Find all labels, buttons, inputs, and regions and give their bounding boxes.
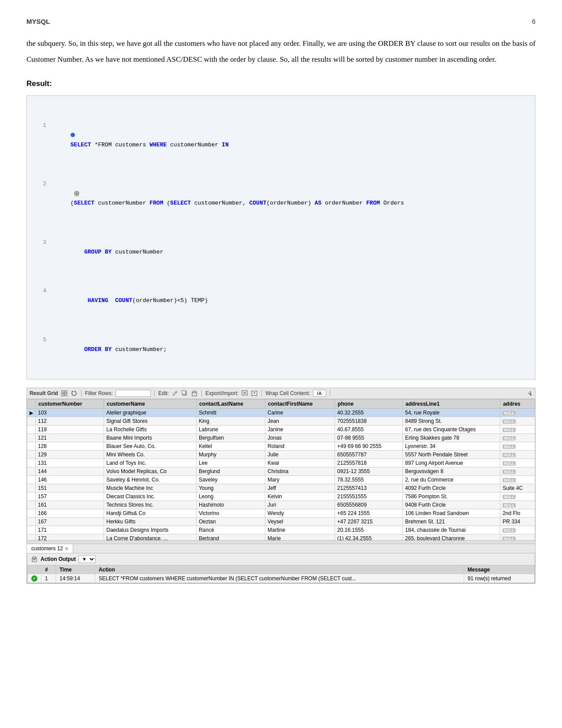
output-table: # Time Action Message ✓114:59:14SELECT *… (27, 565, 535, 583)
cell-addressLine1: 265, boulevard Charonne (403, 534, 500, 541)
cell-addressLine1: Erling Skakkes gate 78 (403, 434, 500, 442)
code-line-4: 4 HAVING COUNT(orderNumber)<5) TEMP) (34, 286, 528, 315)
cell-addressLine1: 7586 Pompton St. (403, 493, 500, 501)
table-row[interactable]: 161Technics Stores Inc.HashimotoJuri6505… (27, 501, 535, 509)
row-arrow (27, 501, 36, 509)
paste-icon[interactable] (191, 390, 198, 397)
cell-addressLine1: 5557 North Pendale Street (403, 451, 500, 459)
cell-contactLastName: Murphy (196, 451, 265, 459)
grid-icon[interactable] (61, 390, 68, 397)
output-cell-time: 14:59:14 (56, 574, 95, 583)
svg-rect-3 (65, 394, 67, 396)
export-icon[interactable] (241, 390, 248, 397)
cell-addres: NULL (500, 534, 535, 541)
table-row[interactable]: 172La Corne D'abondance, ...BertrandMari… (27, 534, 535, 541)
cell-customerNumber: 103 (36, 409, 104, 417)
table-row[interactable]: 131Land of Toys Inc.LeeKwai2125557818897… (27, 459, 535, 467)
code-line-1: 1 SELECT *FROM customers WHERE customerN… (34, 121, 528, 160)
row-arrow (27, 459, 36, 467)
cell-addres: NULL (500, 493, 535, 501)
edit-icon[interactable] (171, 390, 179, 397)
cell-contactFirstName: Juri (265, 501, 335, 509)
cell-contactFirstName: Roland (265, 442, 335, 451)
cell-customerName: Saveley & Henriot, Co. (104, 476, 197, 484)
cell-customerName: Muscle Machine Inc (104, 484, 197, 493)
code-line-5: 5 ORDER BY customerNumber; (34, 335, 528, 364)
cell-customerName: Herkku Gifts (104, 518, 197, 526)
table-row[interactable]: 128Blauer See Auto, Co.KeitelRoland+49 6… (27, 442, 535, 451)
cell-customerName: Diecast Classics Inc. (104, 493, 197, 501)
cell-addres: NULL (500, 526, 535, 534)
toolbar-separator-1 (81, 390, 82, 397)
col-header-addres[interactable]: addres (500, 399, 535, 409)
cell-phone: 2155551555 (335, 493, 403, 501)
result-label: Result: (26, 79, 536, 88)
table-row[interactable]: 167Herkku GiftsOeztanVeysel+47 2267 3215… (27, 518, 535, 526)
table-row[interactable]: 146Saveley & Henriot, Co.SaveleyMary78.3… (27, 476, 535, 484)
cell-customerName: Blauer See Auto, Co. (104, 442, 197, 451)
cell-addressLine1: Lyonerstr. 34 (403, 442, 500, 451)
cell-contactFirstName: Wendy (265, 509, 335, 518)
cell-phone: (1) 42.34.2555 (335, 534, 403, 541)
cell-customerNumber: 166 (36, 509, 104, 518)
tab-customers[interactable]: customers 12 ✕ (27, 544, 73, 553)
toolbar-separator-3 (201, 390, 202, 397)
cell-phone: 6505556809 (335, 501, 403, 509)
tab-close-icon[interactable]: ✕ (65, 546, 68, 551)
table-row[interactable]: ▶103Atelier graphiqueSchmittCarine40.32.… (27, 409, 535, 417)
table-row[interactable]: 151Muscle Machine IncYoungJeff2125557413… (27, 484, 535, 493)
result-grid-toolbar: Result Grid Filter Rows: Edit: Export/Im… (27, 388, 535, 399)
table-row[interactable]: 119La Rochelle GiftsLabruneJanine40.67.8… (27, 426, 535, 434)
status-icon: ✓ (28, 574, 41, 583)
svg-rect-1 (65, 391, 67, 393)
cell-addres: NULL (500, 467, 535, 476)
cell-addressLine1: 106 Linden Road Sandown (403, 509, 500, 518)
table-row[interactable]: 157Diecast Classics Inc.LeongKelvin21555… (27, 493, 535, 501)
cell-contactLastName: Leong (196, 493, 265, 501)
svg-rect-18 (33, 557, 36, 559)
cell-phone: 6505557787 (335, 451, 403, 459)
table-row[interactable]: 112Signal Gift StoresKingJean70255518388… (27, 417, 535, 426)
table-row[interactable]: 171Daedalus Designs ImportsRancéMartine2… (27, 526, 535, 534)
cell-addressLine1: 9408 Furth Circle (403, 501, 500, 509)
cell-customerNumber: 167 (36, 518, 104, 526)
table-row[interactable]: 121Baane Mini ImportsBergulfsenJonas07-9… (27, 434, 535, 442)
cell-contactLastName: Hashimoto (196, 501, 265, 509)
table-scroll-container[interactable]: customerNumber customerName contactLastN… (27, 399, 535, 540)
horizontal-scrollbar[interactable] (27, 540, 535, 544)
row-arrow (27, 484, 36, 493)
row-arrow (27, 451, 36, 459)
code-block: 1 SELECT *FROM customers WHERE customerN… (26, 95, 536, 380)
svg-rect-0 (62, 391, 64, 393)
col-header-contactLastName[interactable]: contactLastName (196, 399, 265, 409)
cell-addres: NULL (500, 417, 535, 426)
col-header-customerNumber[interactable]: customerNumber (36, 399, 104, 409)
col-header-addressLine1[interactable]: addressLine1 (403, 399, 500, 409)
col-header-customerName[interactable]: customerName (104, 399, 197, 409)
table-row[interactable]: 166Handji Gifts& CoVictorinoWendy+65 224… (27, 509, 535, 518)
row-arrow (27, 509, 36, 518)
col-header-phone[interactable]: phone (335, 399, 403, 409)
cell-contactFirstName: Jean (265, 417, 335, 426)
cell-contactFirstName: Julie (265, 451, 335, 459)
row-arrow (27, 442, 36, 451)
col-message: Message (464, 566, 534, 574)
filter-rows-input[interactable] (115, 390, 151, 397)
svg-marker-4 (72, 391, 74, 392)
col-header-contactFirstName[interactable]: contactFirstName (265, 399, 335, 409)
table-row[interactable]: 129Mini Wheels Co.MurphyJulie65055577875… (27, 451, 535, 459)
output-dropdown[interactable]: ▼ (78, 555, 96, 563)
table-row[interactable]: 144Volvo Model Replicas, CoBerglundChris… (27, 467, 535, 476)
cell-addres: NULL (500, 442, 535, 451)
cell-contactLastName: Victorino (196, 509, 265, 518)
resize-icon[interactable] (525, 390, 532, 397)
cell-phone: 40.32.2555 (335, 409, 403, 417)
wrap-cell-input[interactable] (313, 390, 326, 397)
copy-icon[interactable] (181, 390, 188, 397)
cell-contactLastName: King (196, 417, 265, 426)
cell-addres: NULL (500, 426, 535, 434)
refresh-icon[interactable] (71, 390, 78, 397)
cell-customerNumber: 119 (36, 426, 104, 434)
body-paragraph: the subquery. So, in this step, we have … (26, 36, 536, 67)
import-icon[interactable] (251, 390, 258, 397)
